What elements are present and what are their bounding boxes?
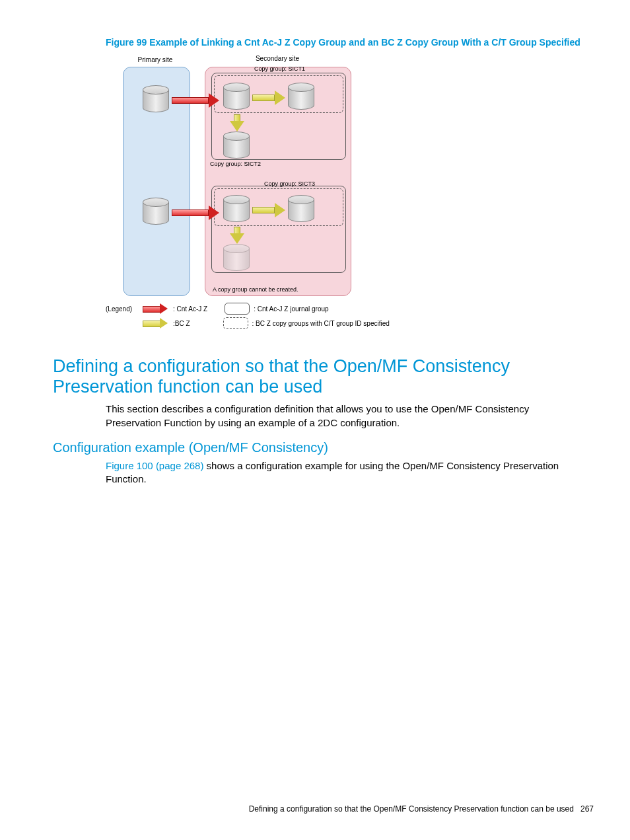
paragraph-1: This section describes a configuration d…	[106, 402, 580, 430]
cylinder-icon	[143, 85, 169, 114]
primary-site-label: Primary site	[132, 56, 178, 63]
copy-group-sict2-label: Copy group: SICT2	[210, 161, 261, 167]
cylinder-icon	[223, 83, 250, 112]
cylinder-icon	[143, 198, 169, 227]
paragraph-2: Figure 100 (page 268) shows a configurat…	[106, 459, 580, 486]
legend-cnt-acj-text: : Cnt Ac-J Z	[173, 305, 207, 313]
legend-solid-box-icon	[225, 303, 250, 315]
heading-2: Configuration example (Open/MF Consisten…	[53, 440, 594, 455]
red-arrow-icon	[172, 207, 219, 219]
yellow-arrow-down-icon	[231, 227, 243, 244]
footer-text: Defining a configuration so that the Ope…	[249, 804, 574, 814]
cannot-create-note: A copy group cannot be created.	[213, 286, 298, 293]
figure-diagram: Primary site Secondary site Copy group: …	[106, 54, 396, 338]
cylinder-icon	[288, 195, 314, 224]
legend-bcz-text: :BC Z	[173, 320, 190, 327]
cylinder-icon	[223, 195, 250, 224]
yellow-arrow-down-icon	[231, 114, 243, 132]
legend-dash-box-icon	[223, 317, 248, 329]
page-footer: Defining a configuration so that the Ope…	[249, 804, 594, 814]
legend-label: (Legend)	[106, 305, 139, 313]
cylinder-icon	[288, 83, 314, 112]
legend-bcz-ct-text: : BC Z copy groups with C/T group ID spe…	[252, 320, 390, 327]
figure-100-link[interactable]: Figure 100 (page 268)	[106, 460, 203, 471]
legend-red-arrow-icon	[143, 304, 169, 313]
copy-group-sict1-label: Copy group: SICT1	[254, 65, 305, 72]
heading-1: Defining a configuration so that the Ope…	[53, 356, 594, 397]
page-number: 267	[580, 804, 594, 814]
yellow-arrow-icon	[252, 92, 285, 104]
legend-yellow-arrow-icon	[143, 319, 169, 328]
yellow-arrow-icon	[252, 204, 285, 216]
document-page: Figure 99 Example of Linking a Cnt Ac-J …	[0, 0, 630, 840]
cylinder-disabled-icon	[223, 244, 250, 273]
legend-journal-text: : Cnt Ac-J Z journal group	[254, 305, 328, 313]
red-arrow-icon	[172, 95, 219, 106]
figure-caption: Figure 99 Example of Linking a Cnt Ac-J …	[106, 36, 587, 48]
cylinder-icon	[223, 132, 250, 161]
legend: (Legend) : Cnt Ac-J Z : Cnt Ac-J Z journ…	[106, 301, 396, 330]
secondary-site-label: Secondary site	[248, 55, 307, 62]
